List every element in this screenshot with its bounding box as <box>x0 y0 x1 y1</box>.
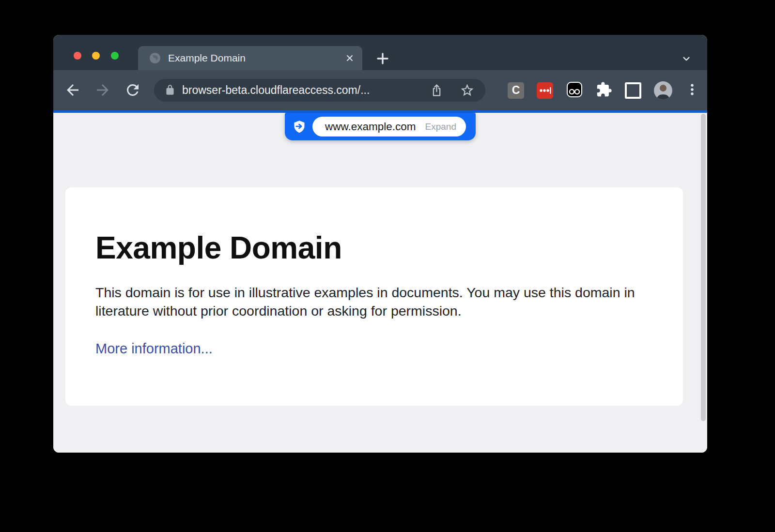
page-paragraph: This domain is for use in illustrative e… <box>95 283 655 320</box>
camera-extension-icon[interactable] <box>566 81 583 100</box>
share-icon[interactable] <box>430 83 444 97</box>
expand-button[interactable]: Expand <box>425 122 456 132</box>
globe-favicon-icon <box>149 52 161 64</box>
extension-c-icon[interactable]: C <box>508 82 524 99</box>
side-panel-icon[interactable] <box>625 82 641 99</box>
lock-icon[interactable] <box>164 84 176 96</box>
example-domain-card: Example Domain This domain is for use in… <box>65 187 683 406</box>
tab-search-chevron-icon[interactable] <box>678 52 695 65</box>
back-button[interactable] <box>64 81 81 99</box>
tab-strip: Example Domain <box>53 35 707 70</box>
password-manager-extension-icon[interactable] <box>537 82 553 99</box>
isolated-hostname: www.example.com <box>325 121 416 133</box>
page-title: Example Domain <box>95 230 683 266</box>
minimize-window-button[interactable] <box>92 52 100 60</box>
menu-three-dots-icon[interactable] <box>685 82 699 99</box>
scrollbar-thumb[interactable] <box>701 114 706 421</box>
isolated-hostname-pill[interactable]: www.example.com Expand <box>312 117 466 137</box>
reload-button[interactable] <box>124 81 141 99</box>
tab-close-icon[interactable] <box>345 53 355 63</box>
tab-example-domain[interactable]: Example Domain <box>138 46 362 70</box>
zoom-window-button[interactable] <box>111 52 119 60</box>
url-text[interactable]: browser-beta.cloudflareaccess.com/... <box>182 79 370 102</box>
isolation-url-widget[interactable]: www.example.com Expand <box>285 113 476 140</box>
extensions-row: C <box>508 70 699 110</box>
profile-avatar[interactable] <box>654 81 672 100</box>
new-tab-button[interactable] <box>373 49 392 68</box>
tab-title: Example Domain <box>168 46 246 70</box>
shield-arrow-icon <box>293 120 306 134</box>
address-bar[interactable]: browser-beta.cloudflareaccess.com/... <box>154 79 485 102</box>
bookmark-star-icon[interactable] <box>460 83 475 98</box>
browser-window: Example Domain <box>53 35 707 453</box>
page-viewport: www.example.com Expand Example Domain Th… <box>53 113 707 453</box>
forward-button[interactable] <box>94 81 111 99</box>
more-information-link[interactable]: More information... <box>95 341 213 357</box>
extensions-puzzle-icon[interactable] <box>596 81 612 100</box>
close-window-button[interactable] <box>74 52 81 60</box>
browser-toolbar: browser-beta.cloudflareaccess.com/... C <box>53 70 707 110</box>
